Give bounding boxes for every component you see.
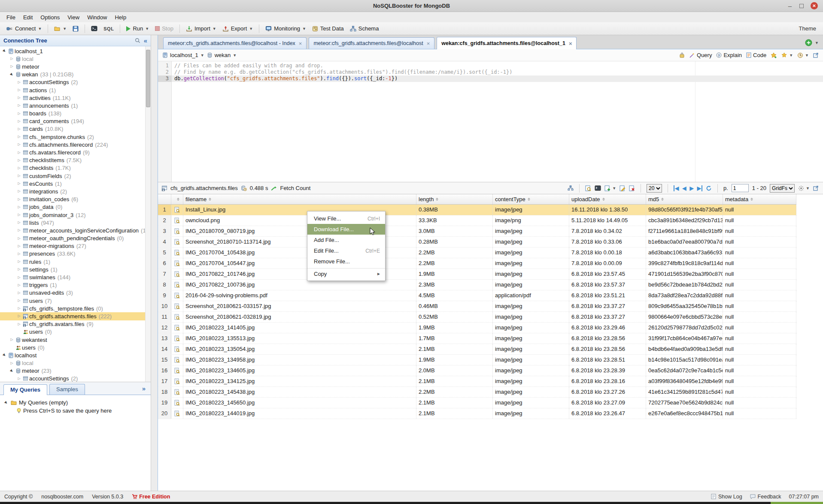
menu-item[interactable]: Window: [83, 12, 111, 22]
preview-file-icon[interactable]: [171, 247, 183, 258]
preview-file-icon[interactable]: [171, 323, 183, 333]
expand-results-icon[interactable]: [813, 185, 819, 191]
tree-item[interactable]: meteor: [0, 63, 145, 70]
preview-file-icon[interactable]: [171, 365, 183, 376]
tree-item[interactable]: cfs_gridfs.attachments.files (222): [0, 312, 145, 320]
history-icon[interactable]: ▼: [797, 52, 809, 58]
connection-selector[interactable]: localhost_1 ▼: [162, 52, 204, 58]
monitoring-button[interactable]: Monitoring▼: [263, 24, 308, 33]
sidebar-splitter[interactable]: [151, 35, 158, 491]
preview-file-icon[interactable]: [171, 301, 183, 311]
editor-tab[interactable]: meteor:cfs_gridfs.attachments.files@loca…: [163, 37, 307, 49]
preview-file-icon[interactable]: [171, 215, 183, 226]
preview-file-icon[interactable]: [171, 355, 183, 365]
tree-item[interactable]: triggers (1): [0, 281, 145, 289]
tree-item[interactable]: users (7): [0, 297, 145, 305]
sort-icon[interactable]: [209, 197, 212, 202]
table-row[interactable]: 5 IMG_20170704_105438.jpg 2.2MB image/jp…: [158, 247, 796, 258]
expand-arrow-icon[interactable]: [16, 229, 22, 232]
show-log-button[interactable]: Show Log: [711, 494, 742, 500]
column-header[interactable]: [158, 194, 171, 204]
tree-item[interactable]: actions (1): [0, 86, 145, 94]
tree-item[interactable]: boards (138): [0, 110, 145, 118]
preview-file-icon[interactable]: [171, 376, 183, 386]
tree-item[interactable]: accountSettings (2): [0, 78, 145, 86]
chevron-down-icon[interactable]: ▼: [815, 41, 819, 45]
tree-item[interactable]: cfs_gridfs._tempstore.files (0): [0, 305, 145, 312]
menu-item[interactable]: Edit: [19, 12, 36, 22]
open-file-button[interactable]: ▼: [52, 25, 69, 32]
tree-item[interactable]: presences (33.6K): [0, 250, 145, 258]
table-row[interactable]: 3 IMG_20180709_080719.jpg 3.0MB image/jp…: [158, 226, 796, 237]
expand-arrow-icon[interactable]: [9, 73, 15, 76]
view-mode-select[interactable]: GridFs: [770, 184, 795, 193]
expand-arrow-icon[interactable]: [16, 198, 22, 201]
test-data-button[interactable]: Test Data: [310, 24, 346, 33]
sidebar-scrollbar[interactable]: [145, 46, 151, 382]
scrollbar-thumb[interactable]: [146, 50, 150, 107]
column-header[interactable]: md5: [646, 194, 723, 204]
tree-item[interactable]: users (0): [0, 328, 145, 336]
prev-page-button[interactable]: ◀: [682, 185, 686, 191]
expand-arrow-icon[interactable]: [2, 49, 7, 53]
expand-arrow-icon[interactable]: [16, 244, 22, 248]
expand-arrow-icon[interactable]: [16, 237, 22, 240]
expand-arrow-icon[interactable]: [16, 291, 22, 295]
tree-item[interactable]: localhost: [0, 351, 145, 359]
expand-arrow-icon[interactable]: [16, 213, 22, 217]
tree-item[interactable]: cards (10.8K): [0, 125, 145, 133]
queries-tab[interactable]: My Queries: [3, 384, 47, 395]
clipboard-lock-icon[interactable]: [679, 52, 685, 58]
tree-item[interactable]: announcements (1): [0, 102, 145, 109]
close-button[interactable]: ✕: [811, 2, 818, 9]
save-button[interactable]: [70, 25, 81, 33]
expand-arrow-icon[interactable]: [16, 205, 22, 209]
preview-file-icon[interactable]: [171, 408, 183, 419]
context-menu-item[interactable]: View File... Ctrl+I: [307, 213, 385, 224]
import-button[interactable]: Import▼: [184, 24, 219, 33]
preview-file-icon[interactable]: [171, 398, 183, 408]
edit-document-icon[interactable]: [620, 185, 626, 191]
tree-item[interactable]: checklists (1.7K): [0, 164, 145, 172]
expand-arrow-icon[interactable]: [16, 182, 22, 185]
feedback-button[interactable]: Feedback: [750, 494, 781, 500]
context-menu-item[interactable]: Add File...: [307, 235, 385, 245]
table-row[interactable]: 9 2016-04-29-solving-problems.pdf 4.5MB …: [158, 290, 796, 301]
column-header[interactable]: uploadDate: [569, 194, 646, 204]
code-button[interactable]: Code: [746, 52, 766, 58]
run-button[interactable]: Run▼: [124, 24, 151, 33]
menu-item[interactable]: Help: [111, 12, 130, 22]
expand-arrow-icon[interactable]: [16, 120, 22, 123]
table-row[interactable]: 15 IMG_20180223_134958.jpg 1.9MB image/j…: [158, 355, 796, 365]
expand-arrow-icon[interactable]: [16, 299, 22, 302]
tree-item[interactable]: jobs_data (0): [0, 203, 145, 211]
add-document-icon[interactable]: ▼: [604, 185, 616, 191]
preview-file-icon[interactable]: [171, 237, 183, 247]
query-wizard-button[interactable]: Query: [689, 52, 712, 58]
free-edition-badge[interactable]: Free Edition: [132, 494, 170, 500]
tree-item[interactable]: local: [0, 55, 145, 63]
tree-item[interactable]: lists (947): [0, 219, 145, 226]
queries-tab[interactable]: Samples: [49, 384, 85, 395]
tree-item[interactable]: users (0): [0, 344, 145, 351]
tree-item[interactable]: esCounts (1): [0, 180, 145, 187]
search-icon[interactable]: [135, 38, 140, 43]
add-favorite-icon[interactable]: [771, 52, 777, 58]
tree-item[interactable]: cfs.avatars.filerecord (9): [0, 148, 145, 156]
expand-arrow-icon[interactable]: [16, 143, 22, 146]
column-header[interactable]: contentType: [493, 194, 569, 204]
preview-file-icon[interactable]: [171, 387, 183, 397]
sort-icon[interactable]: [436, 197, 439, 202]
tree-item[interactable]: meteor (23): [0, 367, 145, 375]
context-menu-item[interactable]: Remove File...: [307, 256, 385, 267]
expand-arrow-icon[interactable]: [16, 159, 22, 162]
column-header[interactable]: metadata: [723, 194, 796, 204]
expand-arrow-icon[interactable]: [16, 323, 22, 326]
menu-item[interactable]: Options: [36, 12, 64, 22]
sql-button[interactable]: SQL: [101, 25, 116, 32]
table-row[interactable]: 6 IMG_20170704_105447.jpg 2.2MB image/jp…: [158, 258, 796, 269]
table-row[interactable]: 16 IMG_20180223_134605.jpg 2.0MB image/j…: [158, 365, 796, 376]
expand-arrow-icon[interactable]: [3, 401, 9, 404]
preview-file-icon[interactable]: [171, 258, 183, 269]
expand-arrow-icon[interactable]: [16, 96, 22, 100]
